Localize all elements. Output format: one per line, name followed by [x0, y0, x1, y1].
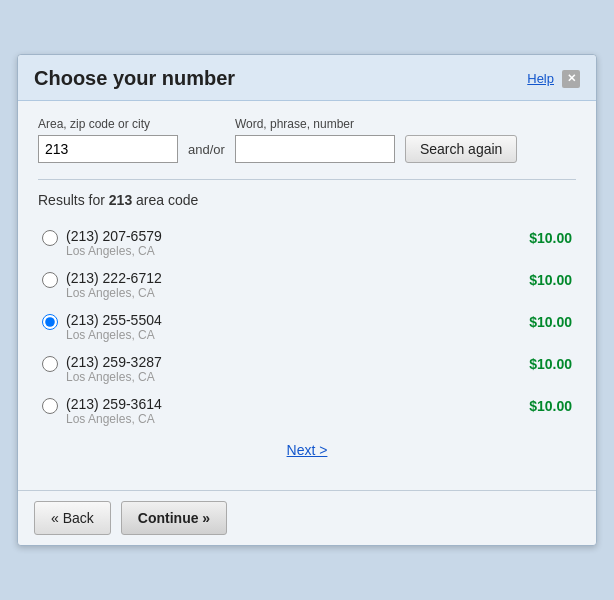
close-button[interactable]: ✕	[562, 70, 580, 88]
area-label: Area, zip code or city	[38, 117, 178, 131]
radio-wrap[interactable]	[42, 398, 58, 417]
price: $10.00	[529, 312, 572, 330]
results-label: Results for 213 area code	[38, 192, 576, 208]
list-item: (213) 259-3287 Los Angeles, CA $10.00	[38, 348, 576, 390]
number-left: (213) 259-3614 Los Angeles, CA	[42, 396, 162, 426]
phone-number: (213) 255-5504	[66, 312, 162, 328]
help-link[interactable]: Help	[527, 71, 554, 86]
location: Los Angeles, CA	[66, 328, 162, 342]
number-left: (213) 255-5504 Los Angeles, CA	[42, 312, 162, 342]
number-info: (213) 207-6579 Los Angeles, CA	[66, 228, 162, 258]
list-item: (213) 207-6579 Los Angeles, CA $10.00	[38, 222, 576, 264]
location: Los Angeles, CA	[66, 244, 162, 258]
results-area-code: 213	[109, 192, 132, 208]
area-input[interactable]	[38, 135, 178, 163]
next-link[interactable]: Next >	[38, 442, 576, 458]
back-button[interactable]: « Back	[34, 501, 111, 535]
price: $10.00	[529, 396, 572, 414]
radio-wrap[interactable]	[42, 314, 58, 333]
choose-number-dialog: Choose your number Help ✕ Area, zip code…	[17, 54, 597, 546]
phone-number: (213) 259-3287	[66, 354, 162, 370]
radio-wrap[interactable]	[42, 230, 58, 249]
continue-button[interactable]: Continue »	[121, 501, 227, 535]
phrase-field: Word, phrase, number	[235, 117, 395, 163]
list-item: (213) 259-3614 Los Angeles, CA $10.00	[38, 390, 576, 432]
search-again-button[interactable]: Search again	[405, 135, 518, 163]
location: Los Angeles, CA	[66, 286, 162, 300]
dialog-title: Choose your number	[34, 67, 235, 90]
phrase-label: Word, phrase, number	[235, 117, 395, 131]
area-field: Area, zip code or city	[38, 117, 178, 163]
andor-label: and/or	[188, 142, 225, 163]
price: $10.00	[529, 228, 572, 246]
dialog-footer: « Back Continue »	[18, 490, 596, 545]
results-prefix: Results for	[38, 192, 109, 208]
number-info: (213) 222-6712 Los Angeles, CA	[66, 270, 162, 300]
number-list: (213) 207-6579 Los Angeles, CA $10.00 (2…	[38, 222, 576, 432]
number-info: (213) 259-3614 Los Angeles, CA	[66, 396, 162, 426]
number-left: (213) 222-6712 Los Angeles, CA	[42, 270, 162, 300]
radio-input[interactable]	[42, 356, 58, 372]
number-info: (213) 259-3287 Los Angeles, CA	[66, 354, 162, 384]
location: Los Angeles, CA	[66, 370, 162, 384]
list-item: (213) 255-5504 Los Angeles, CA $10.00	[38, 306, 576, 348]
phone-number: (213) 259-3614	[66, 396, 162, 412]
header-right: Help ✕	[527, 70, 580, 88]
number-info: (213) 255-5504 Los Angeles, CA	[66, 312, 162, 342]
price: $10.00	[529, 270, 572, 288]
radio-input[interactable]	[42, 398, 58, 414]
radio-wrap[interactable]	[42, 356, 58, 375]
radio-input[interactable]	[42, 314, 58, 330]
search-row: Area, zip code or city and/or Word, phra…	[38, 117, 576, 163]
dialog-body: Area, zip code or city and/or Word, phra…	[18, 101, 596, 490]
divider	[38, 179, 576, 180]
number-left: (213) 259-3287 Los Angeles, CA	[42, 354, 162, 384]
results-suffix: area code	[132, 192, 198, 208]
location: Los Angeles, CA	[66, 412, 162, 426]
list-item: (213) 222-6712 Los Angeles, CA $10.00	[38, 264, 576, 306]
price: $10.00	[529, 354, 572, 372]
phone-number: (213) 207-6579	[66, 228, 162, 244]
radio-input[interactable]	[42, 230, 58, 246]
radio-input[interactable]	[42, 272, 58, 288]
phone-number: (213) 222-6712	[66, 270, 162, 286]
dialog-header: Choose your number Help ✕	[18, 55, 596, 101]
radio-wrap[interactable]	[42, 272, 58, 291]
phrase-input[interactable]	[235, 135, 395, 163]
number-left: (213) 207-6579 Los Angeles, CA	[42, 228, 162, 258]
